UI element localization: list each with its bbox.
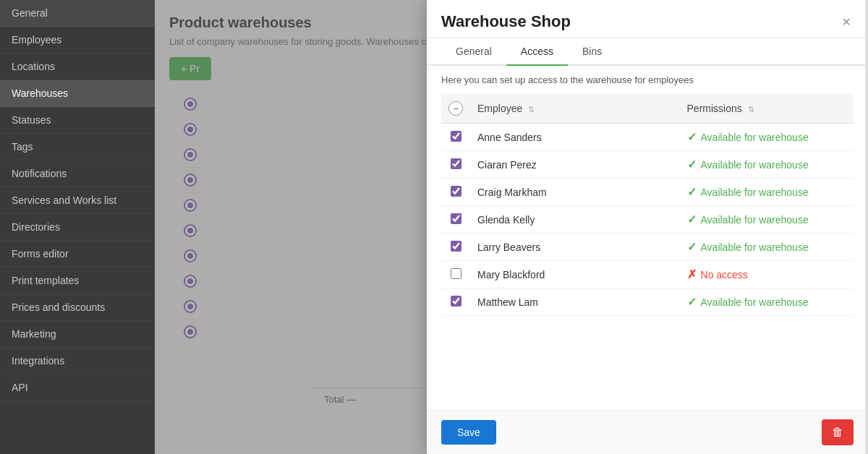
employee-checkbox[interactable] [451, 158, 461, 169]
sidebar-item-warehouses[interactable]: Warehouses [0, 80, 155, 107]
cross-icon: ✗ [687, 267, 697, 281]
sidebar-item-forms-editor[interactable]: Forms editor [0, 241, 155, 267]
sort-icon[interactable]: ⇅ [528, 105, 535, 114]
modal-header: Warehouse Shop × [427, 0, 868, 38]
employee-permission: ✓Available for warehouse [680, 179, 854, 206]
employee-checkbox[interactable] [451, 296, 461, 307]
access-table: − Employee ⇅ Permissions ⇅ Anne Sanders✓… [441, 94, 854, 316]
permission-label: No access [701, 269, 748, 280]
sidebar-item-general[interactable]: General [0, 0, 155, 27]
col-header-check: − [441, 94, 470, 124]
tab-general[interactable]: General [441, 38, 506, 66]
permission-label: Available for warehouse [701, 241, 809, 253]
row-checkbox-cell [441, 151, 470, 179]
row-checkbox-cell [441, 261, 470, 288]
permission-available: ✓Available for warehouse [687, 130, 846, 144]
permission-available: ✓Available for warehouse [687, 295, 846, 309]
permission-available: ✓Available for warehouse [687, 213, 846, 226]
col-header-employee: Employee ⇅ [470, 94, 680, 124]
row-checkbox-cell [441, 234, 470, 261]
checkmark-icon: ✓ [687, 130, 697, 144]
col-employee-label: Employee [477, 103, 522, 114]
table-row: Mary Blackford✗No access [441, 261, 854, 288]
access-description: Here you can set up access to the wareho… [441, 74, 854, 85]
employee-name: Matthew Lam [470, 288, 680, 316]
sidebar-item-integrations[interactable]: Integrations [0, 348, 155, 374]
employee-checkbox[interactable] [451, 241, 461, 252]
tab-bins[interactable]: Bins [568, 38, 616, 66]
checkmark-icon: ✓ [687, 185, 697, 199]
row-checkbox-cell [441, 288, 470, 316]
col-header-permissions: Permissions ⇅ [680, 94, 854, 124]
checkmark-icon: ✓ [687, 240, 697, 254]
sort-icon-perm[interactable]: ⇅ [748, 105, 754, 114]
employee-permission: ✓Available for warehouse [680, 124, 854, 151]
save-button[interactable]: Save [441, 420, 496, 445]
employee-checkbox[interactable] [451, 213, 461, 224]
table-row: Craig Markham✓Available for warehouse [441, 179, 854, 206]
employee-name: Ciaran Perez [470, 151, 680, 179]
sidebar-item-tags[interactable]: Tags [0, 134, 155, 160]
sidebar-item-directories[interactable]: Directories [0, 214, 155, 241]
employee-checkbox[interactable] [451, 131, 461, 142]
table-row: Larry Beavers✓Available for warehouse [441, 234, 854, 261]
deselect-all-button[interactable]: − [448, 101, 463, 116]
sidebar-item-api[interactable]: API [0, 374, 155, 401]
employee-name: Larry Beavers [470, 234, 680, 261]
permission-available: ✓Available for warehouse [687, 158, 846, 171]
close-button[interactable]: × [839, 12, 854, 32]
tab-access[interactable]: Access [506, 38, 568, 66]
permission-label: Available for warehouse [701, 159, 809, 171]
delete-button[interactable]: 🗑 [822, 419, 854, 445]
sidebar-item-prices-and-discounts[interactable]: Prices and discounts [0, 294, 155, 321]
employee-permission: ✗No access [680, 261, 854, 288]
permission-label: Available for warehouse [701, 187, 809, 198]
sidebar-item-notifications[interactable]: Notifications [0, 160, 155, 187]
modal-dialog: Warehouse Shop × GeneralAccessBins Here … [427, 0, 868, 454]
sidebar-item-employees[interactable]: Employees [0, 27, 155, 53]
modal-title: Warehouse Shop [441, 12, 571, 31]
sidebar-item-marketing[interactable]: Marketing [0, 321, 155, 348]
employee-permission: ✓Available for warehouse [680, 288, 854, 316]
employee-name: Anne Sanders [470, 124, 680, 151]
permission-no-access: ✗No access [687, 267, 846, 281]
modal-tabs: GeneralAccessBins [427, 38, 868, 66]
table-row: Anne Sanders✓Available for warehouse [441, 124, 854, 151]
employee-name: Craig Markham [470, 179, 680, 206]
modal-body: Here you can set up access to the wareho… [427, 66, 868, 410]
modal-footer: Save 🗑 [427, 410, 868, 454]
employee-checkbox[interactable] [451, 268, 461, 279]
permission-available: ✓Available for warehouse [687, 240, 846, 254]
table-row: Ciaran Perez✓Available for warehouse [441, 151, 854, 179]
sidebar-item-services-and-works-list[interactable]: Services and Works list [0, 187, 155, 214]
sidebar-item-print-templates[interactable]: Print templates [0, 267, 155, 294]
row-checkbox-cell [441, 124, 470, 151]
checkmark-icon: ✓ [687, 213, 697, 226]
table-row: Matthew Lam✓Available for warehouse [441, 288, 854, 316]
employee-name: Mary Blackford [470, 261, 680, 288]
employee-checkbox[interactable] [451, 186, 461, 197]
col-permissions-label: Permissions [687, 103, 742, 114]
sidebar-item-statuses[interactable]: Statuses [0, 107, 155, 134]
checkmark-icon: ✓ [687, 295, 697, 309]
employee-permission: ✓Available for warehouse [680, 151, 854, 179]
sidebar-item-locations[interactable]: Locations [0, 53, 155, 80]
employee-name: Glenda Kelly [470, 206, 680, 234]
main-content: Product warehouses List of company wareh… [155, 0, 868, 454]
checkmark-icon: ✓ [687, 158, 697, 171]
table-row: Glenda Kelly✓Available for warehouse [441, 206, 854, 234]
permission-available: ✓Available for warehouse [687, 185, 846, 199]
sidebar: GeneralEmployeesLocationsWarehousesStatu… [0, 0, 155, 454]
permission-label: Available for warehouse [701, 296, 809, 308]
permission-label: Available for warehouse [701, 214, 809, 226]
scroll-indicator [865, 0, 868, 454]
employee-permission: ✓Available for warehouse [680, 234, 854, 261]
row-checkbox-cell [441, 206, 470, 234]
row-checkbox-cell [441, 179, 470, 206]
employee-permission: ✓Available for warehouse [680, 206, 854, 234]
permission-label: Available for warehouse [701, 132, 809, 143]
